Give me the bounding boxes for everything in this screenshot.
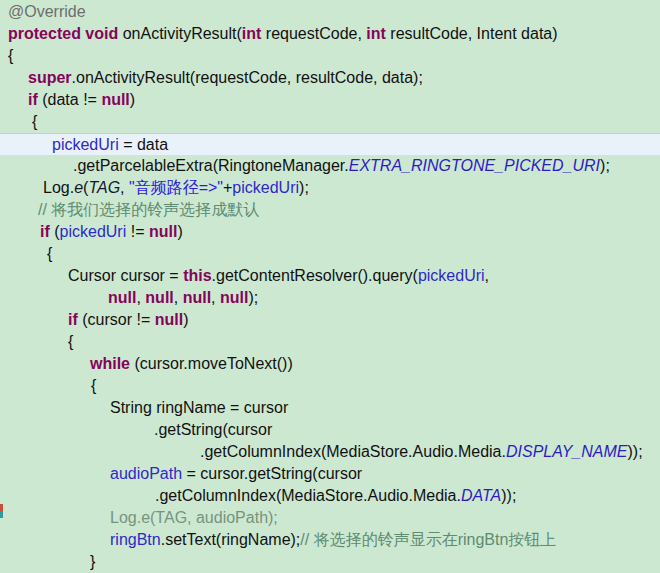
code-token: {	[8, 47, 13, 64]
code-token: )	[177, 223, 182, 240]
code-token: ));	[627, 443, 642, 460]
code-token: if	[28, 91, 38, 108]
code-token: (	[50, 223, 60, 240]
code-token: "音频路径=>"	[129, 179, 223, 196]
code-token: super	[28, 69, 72, 86]
code-token: null	[183, 289, 211, 306]
code-token: (data !=	[38, 91, 102, 108]
code-token: this	[183, 267, 211, 284]
code-token: // 将选择的铃声显示在ringBtn按钮上	[300, 531, 556, 548]
code-line[interactable]: .getParcelableExtra(RingtoneManager.EXTR…	[0, 155, 660, 177]
code-line[interactable]: {	[0, 375, 660, 397]
marker-teal-part	[0, 511, 3, 518]
code-token: while	[90, 355, 130, 372]
code-token: String ringName = cursor	[110, 399, 288, 416]
code-area[interactable]: @Overrideprotected void onActivityResult…	[0, 1, 660, 573]
code-token: DISPLAY_NAME	[506, 443, 628, 460]
code-line[interactable]: ringBtn.setText(ringName);// 将选择的铃声显示在ri…	[0, 529, 660, 551]
code-editor[interactable]: @Overrideprotected void onActivityResult…	[0, 0, 660, 573]
code-token: = cursor.getString(cursor	[182, 465, 362, 482]
code-token: Log.	[43, 179, 74, 196]
code-token: // 将我们选择的铃声选择成默认	[38, 201, 259, 218]
code-token: );	[299, 179, 309, 196]
code-token: @Override	[8, 3, 86, 20]
code-token: int	[242, 25, 262, 42]
code-line[interactable]: {	[0, 111, 660, 133]
code-line[interactable]: {	[0, 331, 660, 353]
code-token: {	[68, 333, 73, 350]
code-token: pickedUri	[60, 223, 127, 240]
code-token: )	[130, 91, 135, 108]
code-line[interactable]: .getString(cursor	[0, 419, 660, 441]
code-token: );	[600, 157, 610, 174]
code-token: e	[74, 179, 83, 196]
code-token: null	[145, 289, 173, 306]
code-token: {	[32, 113, 37, 130]
code-token: void	[85, 25, 118, 42]
code-token: }	[90, 553, 95, 570]
code-token: = data	[119, 136, 168, 153]
code-token: audioPath	[110, 465, 182, 482]
code-token: {	[47, 245, 52, 262]
code-line[interactable]: Log.e(TAG, "音频路径=>"+pickedUri);	[0, 177, 660, 199]
code-line[interactable]: if (data != null)	[0, 89, 660, 111]
code-token: ,	[136, 289, 145, 306]
code-token: ,	[485, 267, 489, 284]
code-token: );	[248, 289, 258, 306]
code-line[interactable]: }	[0, 551, 660, 573]
code-line[interactable]: // 将我们选择的铃声选择成默认	[0, 199, 660, 221]
code-token: )	[183, 311, 188, 328]
code-token: onActivityResult(	[118, 25, 242, 42]
code-token: null	[149, 223, 177, 240]
code-token: .getContentResolver().query(	[212, 267, 418, 284]
marker-red-part	[0, 504, 3, 511]
code-token: ringBtn	[110, 531, 161, 548]
code-token: resultCode, Intent data)	[386, 25, 558, 42]
code-line[interactable]: while (cursor.moveToNext())	[0, 353, 660, 375]
code-token: ,	[120, 179, 129, 196]
code-line[interactable]: super.onActivityResult(requestCode, resu…	[0, 67, 660, 89]
code-token: .setText(ringName);	[161, 531, 301, 548]
code-token: {	[91, 377, 96, 394]
code-token: .onActivityResult(requestCode, resultCod…	[72, 69, 423, 86]
code-token: protected	[8, 25, 81, 42]
code-line[interactable]: Log.e(TAG, audioPath);	[0, 507, 660, 529]
code-token: if	[68, 311, 78, 328]
code-token: (cursor.moveToNext())	[130, 355, 293, 372]
code-token: ));	[501, 487, 516, 504]
code-token: null	[108, 289, 136, 306]
code-token: pickedUri	[232, 179, 299, 196]
code-token: null	[101, 91, 129, 108]
code-line[interactable]: .getColumnIndex(MediaStore.Audio.Media.D…	[0, 441, 660, 463]
code-token: +	[223, 179, 232, 196]
code-line[interactable]: protected void onActivityResult(int requ…	[0, 23, 660, 45]
code-token: .getColumnIndex(MediaStore.Audio.Media.	[200, 443, 506, 460]
code-line[interactable]: String ringName = cursor	[0, 397, 660, 419]
code-line[interactable]: null, null, null, null);	[0, 287, 660, 309]
code-line[interactable]: {	[0, 45, 660, 67]
code-line[interactable]: {	[0, 243, 660, 265]
code-line[interactable]: .getColumnIndex(MediaStore.Audio.Media.D…	[0, 485, 660, 507]
code-line[interactable]: Cursor cursor = this.getContentResolver(…	[0, 265, 660, 287]
code-token: DATA	[461, 487, 501, 504]
left-ruler-marker-icon[interactable]	[0, 504, 3, 518]
code-token: int	[366, 25, 386, 42]
code-line-highlighted[interactable]: pickedUri = data	[0, 133, 660, 155]
code-token: pickedUri	[52, 136, 119, 153]
code-line[interactable]: @Override	[0, 1, 660, 23]
code-line[interactable]: if (pickedUri != null)	[0, 221, 660, 243]
code-token: null	[220, 289, 248, 306]
code-token: requestCode,	[261, 25, 366, 42]
code-token: .getColumnIndex(MediaStore.Audio.Media.	[155, 487, 461, 504]
code-token: ,	[211, 289, 220, 306]
code-line[interactable]: audioPath = cursor.getString(cursor	[0, 463, 660, 485]
code-token: ,	[174, 289, 183, 306]
code-token: .getString(cursor	[154, 421, 272, 438]
code-line[interactable]: if (cursor != null)	[0, 309, 660, 331]
code-token: pickedUri	[418, 267, 485, 284]
code-token: TAG	[88, 179, 120, 196]
code-token: Cursor cursor =	[68, 267, 183, 284]
code-token: (cursor !=	[78, 311, 155, 328]
code-token: null	[155, 311, 183, 328]
code-token: if	[40, 223, 50, 240]
